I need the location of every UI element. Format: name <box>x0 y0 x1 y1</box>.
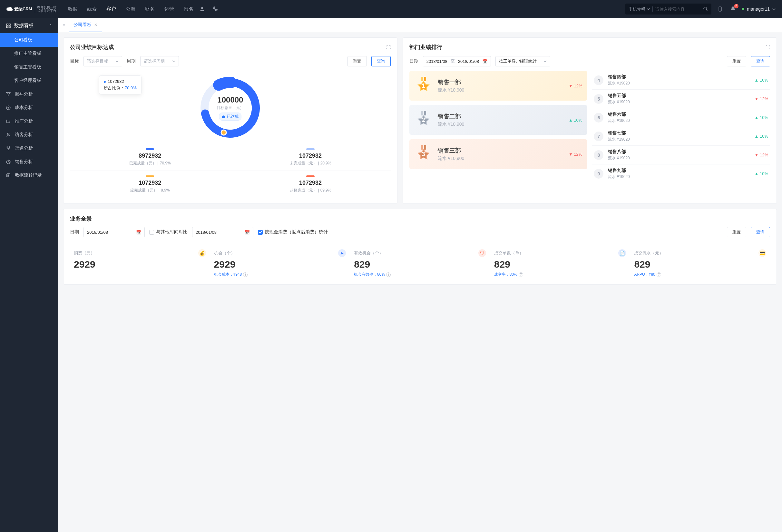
reset-button[interactable]: 重置 <box>727 56 746 66</box>
reset-button[interactable]: 重置 <box>348 56 367 66</box>
expand-icon[interactable]: ⛶ <box>386 45 391 50</box>
rank-number: 4 <box>594 75 603 85</box>
help-icon[interactable]: ? <box>243 273 248 277</box>
calendar-icon: 📅 <box>245 230 250 235</box>
funnel-icon <box>6 92 11 97</box>
rank-row: 5 销售五部流水 ¥19020 ▼ 12% <box>592 90 770 108</box>
rank-pct: ▲ 10% <box>755 115 769 120</box>
sidebar-item-account-mgr[interactable]: 客户经理看板 <box>0 74 58 87</box>
svg-rect-6 <box>9 26 10 28</box>
tab-public[interactable]: 公海 <box>126 6 135 12</box>
cash-checkbox[interactable]: 按现金消费（返点后消费）统计 <box>258 229 328 235</box>
stat-cell: 有效机会（个）🛡 829 机会有效率：80% ? <box>350 248 490 279</box>
search-input[interactable] <box>655 7 701 11</box>
stat-value: 829 <box>634 259 766 270</box>
sidebar-item-cost[interactable]: 成本分析 <box>0 101 58 114</box>
sidebar-item-channel[interactable]: 渠道分析 <box>0 142 58 155</box>
stat-label: 成交流水（元） <box>634 250 663 256</box>
sidebar-item-flow-record[interactable]: 数据流转记录 <box>0 169 58 182</box>
expand-icon[interactable]: ⛶ <box>766 45 770 50</box>
rank-sub: 流水 ¥19020 <box>608 155 750 161</box>
query-button[interactable]: 查询 <box>751 56 770 66</box>
stat-pill-icon: 💰 <box>198 249 206 257</box>
date-picker[interactable]: 2018/01/08📅 <box>83 227 145 237</box>
card-title: 部门业绩排行 <box>410 43 442 51</box>
rank-pct: ▲ 10% <box>569 118 582 122</box>
sidebar-group-dashboard[interactable]: 数据看板 ⌃ <box>0 18 58 33</box>
sidebar-item-promo-analysis[interactable]: 推广分析 <box>0 114 58 128</box>
svg-rect-23 <box>424 111 426 115</box>
sidebar-item-visitor[interactable]: 访客分析 <box>0 128 58 142</box>
label-period: 周期 <box>127 58 136 64</box>
notification-button[interactable]: 5 <box>730 6 736 12</box>
stat-footer: 成交率：80% ? <box>494 272 626 277</box>
tab-finance[interactable]: 财务 <box>145 6 155 12</box>
rank-row: 9 销售九部流水 ¥19020 ▲ 10% <box>592 165 770 183</box>
compare-date-picker[interactable]: 2018/01/08📅 <box>192 227 253 237</box>
cost-icon <box>6 105 11 110</box>
select-stat-type[interactable]: 按工单客户经理统计 <box>495 56 550 66</box>
user-menu[interactable]: manager11 <box>742 6 776 11</box>
dashboard-icon <box>6 23 11 28</box>
rank-pct: ▼ 12% <box>569 152 582 157</box>
reset-button[interactable]: 重置 <box>727 227 746 237</box>
query-button[interactable]: 查询 <box>371 56 391 66</box>
medal-icon: 2 <box>415 111 433 129</box>
stat-cell: 成交单数（单）📄 829 成交率：80% ? <box>490 248 631 279</box>
card-title: 公司业绩目标达成 <box>70 43 114 51</box>
sidebar-item-funnel[interactable]: 漏斗分析 <box>0 87 58 101</box>
search-icon[interactable] <box>703 6 708 11</box>
rank-sub: 流水 ¥10,900 <box>438 156 564 162</box>
chevron-up-icon: ⌃ <box>49 24 52 28</box>
sidebar-item-sales-analysis[interactable]: 销售分析 <box>0 155 58 169</box>
query-button[interactable]: 查询 <box>751 227 770 237</box>
card-dept-ranking: 部门业绩排行 ⛶ 日期 2018/01/08 至 2018/01/08 📅 按工… <box>402 37 777 204</box>
date-range-picker[interactable]: 2018/01/08 至 2018/01/08 📅 <box>423 56 491 66</box>
sidebar-item-sales-lead[interactable]: 销售主管看板 <box>0 60 58 74</box>
rank-pct: ▲ 10% <box>755 171 769 176</box>
user-icon[interactable] <box>199 6 205 12</box>
ranking-list: 4 销售四部流水 ¥19020 ▲ 10% 5 销售五部流水 ¥19020 ▼ … <box>592 71 770 183</box>
rank-name: 销售八部 <box>608 149 750 155</box>
compare-checkbox[interactable]: 与其他时间对比 <box>149 229 188 235</box>
page-tab-company[interactable]: 公司看板 ✕ <box>69 18 102 32</box>
stat-pill-icon: 📄 <box>618 249 626 257</box>
phone-icon[interactable] <box>212 6 218 12</box>
select-period[interactable]: 请选择周期 <box>140 56 179 66</box>
cloud-icon <box>6 7 13 11</box>
medal-icon: 1 <box>415 77 433 95</box>
record-icon <box>6 173 11 178</box>
rank-sub: 流水 ¥19020 <box>608 174 750 180</box>
stat-cell: 机会（个）➤ 2929 机会成本：¥948 ? <box>210 248 350 279</box>
chart-tooltip: 1072932 所占比例：70.9% <box>99 75 142 95</box>
rank-pct: ▼ 12% <box>755 96 769 101</box>
chart-icon <box>6 119 11 124</box>
help-icon[interactable]: ? <box>519 273 523 277</box>
sidebar-item-promotion[interactable]: 推广主管看板 <box>0 47 58 60</box>
svg-rect-5 <box>6 26 8 28</box>
tab-leads[interactable]: 线索 <box>87 6 97 12</box>
rank-number: 5 <box>594 94 603 104</box>
chevron-down-icon <box>115 60 119 62</box>
close-icon[interactable]: ✕ <box>94 23 97 27</box>
tab-customers[interactable]: 客户 <box>106 6 116 12</box>
help-icon[interactable]: ? <box>656 273 661 277</box>
svg-point-9 <box>7 147 8 148</box>
help-icon[interactable]: ? <box>386 273 391 277</box>
status-dot-icon <box>742 8 744 10</box>
rank-name: 销售七部 <box>608 130 750 136</box>
page-tabbar: ≡ 公司看板 ✕ <box>58 18 782 32</box>
tab-operations[interactable]: 运营 <box>165 6 174 12</box>
card-target-achievement: 公司业绩目标达成 ⛶ 目标 请选择目标 周期 请选择周期 重置 查询 10729… <box>63 37 397 204</box>
svg-point-8 <box>7 133 9 135</box>
device-icon[interactable] <box>717 6 723 12</box>
main-content: ≡ 公司看板 ✕ 公司业绩目标达成 ⛶ 目标 请选择目标 周期 请选择周期 <box>58 18 782 532</box>
tab-signup[interactable]: 报名 <box>184 6 193 12</box>
sidebar-item-company[interactable]: 公司看板 <box>0 33 58 47</box>
tab-data[interactable]: 数据 <box>68 6 77 12</box>
select-target[interactable]: 请选择目标 <box>83 56 122 66</box>
hamburger-icon[interactable]: ≡ <box>61 21 66 29</box>
rank-row: 7 销售七部流水 ¥19020 ▲ 10% <box>592 127 770 146</box>
search-type-select[interactable]: 手机号码 <box>629 6 650 12</box>
sidebar: 数据看板 ⌃ 公司看板 推广主管看板 销售主管看板 客户经理看板 漏斗分析 成本… <box>0 18 58 532</box>
